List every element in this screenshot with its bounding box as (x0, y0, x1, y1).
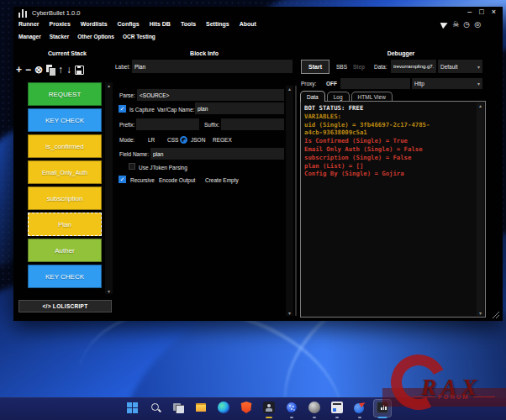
log-line: Email Only Auth (Single) = False (304, 145, 482, 154)
remove-block-icon[interactable]: − (25, 64, 31, 76)
sphere-icon[interactable] (308, 401, 321, 418)
proxy-toggle[interactable]: OFF (326, 81, 337, 87)
menu-item[interactable]: Proxies (50, 21, 71, 27)
cyberbullet-icon[interactable] (376, 401, 389, 418)
label-caption: Label: (115, 64, 130, 70)
prefix-input[interactable] (136, 118, 199, 130)
varcap-input[interactable] (195, 102, 284, 114)
menu-item[interactable]: Tools (181, 21, 196, 27)
submenu-item[interactable]: Other Options (77, 34, 114, 39)
jtoken-label: Use JToken Parsing (139, 165, 187, 171)
stack-block[interactable]: subscription (28, 186, 102, 210)
debugger-tab[interactable]: Data (300, 91, 325, 102)
disable-block-icon[interactable]: ⊗ (34, 64, 43, 76)
start-button[interactable]: Start (301, 60, 329, 74)
stopwatch-icon[interactable]: ◷ (463, 20, 470, 29)
suffix-input[interactable] (221, 118, 284, 130)
header-icons: ☠ ◷ ◎ (441, 20, 481, 29)
save-stack-icon[interactable] (75, 66, 84, 75)
clone-block-icon[interactable] (46, 65, 55, 75)
scroll-up-icon[interactable]: ▴ (105, 82, 113, 88)
step-button[interactable]: Step (353, 64, 365, 70)
mode-json[interactable]: JSON (191, 137, 205, 143)
stack-block[interactable]: is_confirmed (28, 134, 102, 158)
log-line: plan (List) = [] (304, 162, 482, 171)
stack-scrollbar[interactable]: ▴ ▾ (105, 82, 113, 294)
log-scrollbar[interactable]: ▴ ▾ (477, 102, 484, 316)
block-info-scrollbar[interactable]: ▴ ▾ (286, 86, 293, 316)
proxy-input[interactable] (340, 78, 410, 89)
create-empty-label[interactable]: Create Empty (205, 177, 239, 183)
stack-block[interactable]: KEY CHECK (28, 265, 102, 288)
chevron-down-icon: ▾ (477, 64, 480, 70)
wordlist-type-select[interactable]: Default ▾ (438, 60, 482, 73)
data-input[interactable] (391, 60, 436, 73)
resize-grip[interactable] (491, 310, 499, 318)
menu-item[interactable]: Wordlists (81, 21, 108, 27)
varcap-caption: Var/Cap Name: (157, 107, 194, 113)
skull-icon[interactable]: ☠ (452, 20, 459, 29)
encode-output-label[interactable]: Encode Output (159, 177, 195, 183)
jtoken-checkbox[interactable] (129, 163, 135, 170)
scroll-down-icon[interactable]: ▾ (477, 310, 484, 316)
sbs-toggle[interactable]: SBS (336, 64, 347, 70)
menu-item[interactable]: Configs (118, 21, 140, 27)
stack-block[interactable]: REQUEST (28, 82, 102, 106)
edge-icon[interactable] (217, 401, 230, 418)
move-up-icon[interactable]: ↑ (58, 64, 63, 76)
label-input[interactable] (132, 60, 293, 73)
field-caption: Field Name: (119, 151, 149, 157)
submenu-item[interactable]: OCR Testing (123, 34, 155, 39)
menu-item[interactable]: Hits DB (150, 21, 171, 27)
scroll-down-icon[interactable]: ▾ (286, 310, 293, 316)
record-icon[interactable]: ◎ (474, 20, 481, 29)
panel-splitter[interactable] (295, 86, 297, 316)
stack-block[interactable]: Plan (28, 213, 102, 236)
proxy-type-select[interactable]: Http ▾ (412, 78, 482, 89)
submenu-item[interactable]: Manager (18, 34, 41, 39)
submenu-item[interactable]: Stacker (50, 34, 70, 39)
menu-item[interactable]: Settings (206, 21, 229, 27)
taskbar (0, 397, 506, 420)
move-down-icon[interactable]: ↓ (66, 64, 71, 76)
data-caption: Data: (374, 64, 387, 70)
web-icon[interactable] (285, 401, 298, 418)
downloader-icon[interactable] (353, 401, 366, 418)
log-line: BOT STATUS: FREE (304, 104, 482, 113)
spy-icon[interactable] (262, 401, 276, 418)
mode-json-radio[interactable] (180, 136, 187, 144)
add-block-icon[interactable]: + (16, 64, 22, 76)
telegram-icon[interactable] (440, 20, 450, 29)
task-view-icon[interactable] (171, 401, 185, 418)
recursive-checkbox[interactable]: ✓ (119, 176, 126, 183)
chevron-down-icon: ▾ (477, 81, 480, 87)
maximize-button[interactable]: □ (479, 8, 483, 16)
minimize-button[interactable]: – (467, 8, 472, 16)
scroll-up-icon[interactable]: ▴ (477, 102, 484, 108)
parse-input[interactable] (137, 89, 284, 101)
mode-regex[interactable]: REGEX (213, 137, 232, 143)
stack-block[interactable]: KEY CHECK (28, 108, 102, 132)
close-button[interactable]: × (492, 8, 496, 16)
log-line: subscription (Single) = False (304, 154, 482, 162)
sub-menu: ManagerStackerOther OptionsOCR Testing (18, 34, 155, 39)
scroll-up-icon[interactable]: ▴ (286, 86, 293, 92)
titlebar[interactable]: CyberBullet 1.0.0 – □ × (13, 7, 503, 19)
scroll-down-icon[interactable]: ▾ (105, 288, 113, 294)
file-explorer-icon[interactable] (194, 401, 208, 418)
brave-icon[interactable] (240, 401, 253, 418)
log-line: Is Confirmed (Single) = True (304, 137, 482, 145)
search-icon[interactable] (149, 401, 162, 418)
menu-item[interactable]: About (240, 21, 256, 27)
start-icon[interactable] (126, 401, 140, 418)
stack-block[interactable]: Email_Only_Auth (28, 160, 102, 184)
mode-lr[interactable]: LR (148, 137, 155, 143)
window-app-icon[interactable] (330, 401, 344, 418)
window-title: CyberBullet 1.0.0 (32, 9, 81, 17)
field-input[interactable] (150, 148, 284, 160)
is-capture-checkbox[interactable]: ✓ (119, 105, 126, 113)
mode-css[interactable]: CSS (167, 137, 178, 143)
menu-item[interactable]: Runner (18, 21, 40, 27)
loliscript-button[interactable]: </> LOLISCRIPT (18, 300, 112, 312)
stack-block[interactable]: Auther (28, 239, 102, 262)
